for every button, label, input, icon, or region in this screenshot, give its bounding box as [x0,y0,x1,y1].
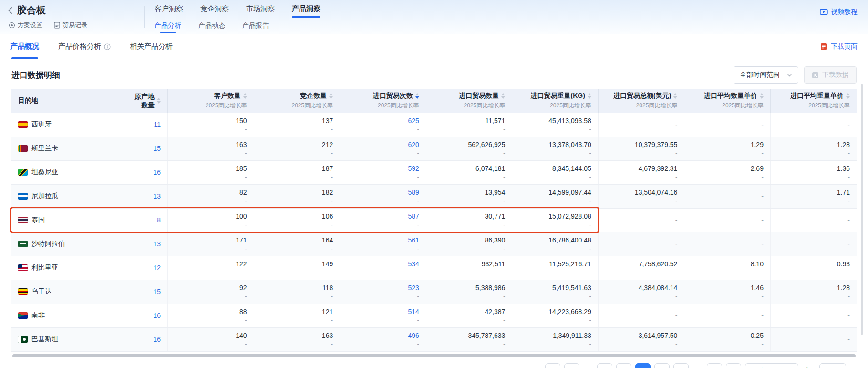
origin-count-cell: 16 [82,304,168,327]
download-page-link[interactable]: 下载页面 [820,42,858,51]
sub-tabs: 产品分析产品动态产品报告 [155,21,269,33]
nav-tab-2[interactable]: 产品价格分析 [58,34,111,59]
ug-flag-icon [18,288,28,295]
sort-icon[interactable] [588,93,591,99]
cell-empty: - [777,216,850,224]
page-button-4[interactable]: 4 [616,363,631,368]
sort-icon[interactable] [501,93,505,99]
nav-tab-3[interactable]: 相关产品分析 [130,34,173,59]
page-button-3[interactable]: 3 [597,363,612,368]
trade-count-link[interactable]: 496 [347,332,419,339]
trade-count-link[interactable]: 625 [347,117,419,125]
sort-icon[interactable] [846,93,850,99]
page-button-5[interactable]: 5 [635,363,651,368]
origin-count-link[interactable]: 13 [154,192,161,200]
cell-growth: - [175,316,247,324]
cell-value: 185 [175,165,247,172]
sort-icon[interactable] [415,93,419,99]
sort-icon[interactable] [157,98,161,104]
cell-value: 345,787,633 [433,332,506,339]
sort-icon[interactable] [243,93,247,99]
import-data-table: 目的地原产地数量客户数量2025同比增长率竞企数量2025同比增长率进口贸易次数… [11,89,857,352]
download-data-button[interactable]: 下载数据 [804,66,857,84]
back-chevron-icon[interactable] [8,7,13,14]
page-button-6[interactable]: 6 [654,363,670,368]
origin-count-cell: 13 [82,232,168,256]
vertical-scrollbar[interactable] [861,84,863,335]
nav-tab-1[interactable]: 产品概况 [10,34,39,59]
next-page-button[interactable] [726,363,741,368]
cell-growth: - [777,149,850,157]
trade-count-link[interactable]: 592 [347,165,419,172]
trade-count-link[interactable]: 523 [347,284,419,292]
sub-tab-2[interactable]: 产品动态 [198,21,225,33]
cell-value: 212 [261,141,333,148]
cell-growth: - [605,340,678,347]
trade-count-link[interactable]: 620 [347,141,419,148]
table-row: 沙特阿拉伯13171-164-561-86,390-16,786,400.48-… [11,232,857,256]
cell-value: 42,387 [433,308,506,315]
origin-count-link[interactable]: 13 [154,240,161,248]
sort-icon[interactable] [760,93,764,99]
jump-page-input[interactable] [819,363,846,368]
origin-count-link[interactable]: 16 [154,312,161,319]
sort-icon[interactable] [673,93,677,99]
horizontal-scrollbar[interactable] [12,354,856,357]
cell-value: 118 [261,284,333,292]
page-button-7[interactable]: 7 [673,363,689,368]
trade-count-link[interactable]: 587 [347,212,419,220]
cell-empty: - [691,121,764,128]
origin-count-link[interactable]: 11 [154,121,161,128]
cell-value: 106 [261,212,333,220]
trade-records-button[interactable]: 贸易记录 [54,21,87,30]
cell-empty: - [777,121,850,128]
video-tutorial-link[interactable]: 视频教程 [820,8,858,16]
table-row: 利比里亚12122-149-534-932,511-11,525,216.71-… [11,256,857,280]
cell-value: 30,771 [433,212,506,220]
trade-count-link[interactable]: 561 [347,236,419,244]
origin-count-link[interactable]: 8 [157,216,161,224]
page-button-1[interactable]: 1 [564,363,579,368]
cell-value: 82 [175,189,247,196]
origin-count-link[interactable]: 12 [154,264,161,272]
trade-count-link[interactable]: 589 [347,189,419,196]
destination: 西班牙 [18,120,75,129]
cell-value: 88 [175,308,247,315]
column-label: 进口贸易次数 [347,92,419,100]
main-tab-2[interactable]: 竞企洞察 [200,4,229,18]
time-range-select[interactable]: 全部时间范围 [734,66,798,84]
value-cell: 185- [168,160,254,184]
trade-count-link[interactable]: 514 [347,308,419,315]
table-row: 坦桑尼亚16185-187-592-6,074,181-8,345,144.05… [11,160,857,184]
value-cell: 592- [340,160,426,184]
cell-empty: - [605,121,678,128]
origin-count-link[interactable]: 15 [154,288,161,295]
value-cell: 14,599,097.44- [512,184,599,208]
main-tab-1[interactable]: 客户洞察 [155,4,183,18]
main-tab-3[interactable]: 市场洞察 [246,4,275,18]
cell-growth: - [433,173,506,180]
destination: 斯里兰卡 [18,144,75,153]
cell-growth: - [261,173,333,180]
origin-count-link[interactable]: 16 [154,336,161,343]
prev-page-button[interactable] [545,363,560,368]
column-growth-subtitle: 2025同比增长率 [519,102,591,110]
sub-tab-3[interactable]: 产品报告 [242,21,269,33]
trade-count-link[interactable]: 534 [347,260,419,268]
value-cell: 100- [168,208,254,232]
page-size-select[interactable]: 10 条/页 [745,363,798,368]
value-cell: 561- [340,232,426,256]
scheme-settings-button[interactable]: 方案设置 [9,21,42,30]
value-cell: - [770,208,857,232]
destination-cell: 利比里亚 [11,256,82,280]
page-button-19[interactable]: 19 [707,363,722,368]
value-cell: 212- [254,137,340,160]
sort-icon[interactable] [329,93,333,99]
sub-tab-1[interactable]: 产品分析 [155,21,181,33]
origin-count-link[interactable]: 16 [154,168,161,176]
cell-value: 150 [175,117,247,125]
origin-count-link[interactable]: 15 [154,145,161,152]
cell-growth: - [175,173,247,180]
main-tab-4[interactable]: 产品洞察 [292,4,320,18]
value-cell: 14,223,668.29- [512,304,599,327]
